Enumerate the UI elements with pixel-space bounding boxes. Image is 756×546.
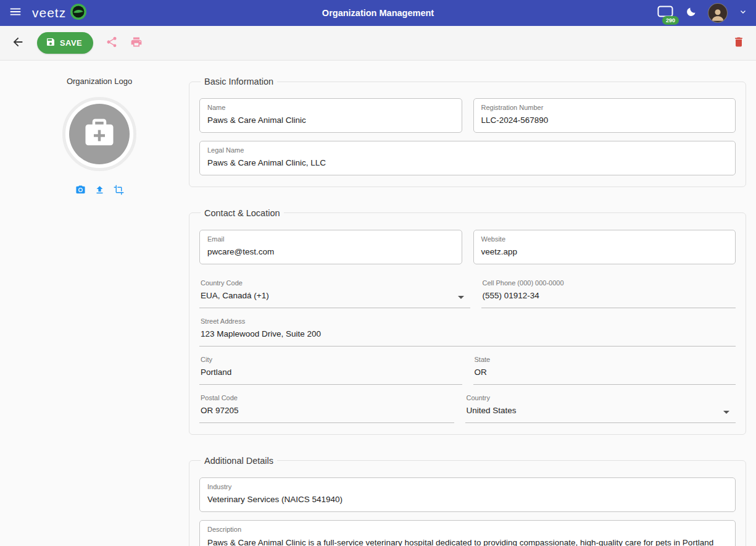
field-label: Legal Name [207, 146, 728, 155]
field-label: Website [481, 235, 728, 244]
logo-actions [75, 185, 124, 198]
main-content: Organization Logo [0, 61, 756, 546]
country-code-select[interactable]: Country Code EUA, Canadá (+1) [199, 278, 470, 308]
crop-logo-button[interactable] [114, 185, 124, 198]
field-label: City [201, 356, 461, 364]
field-value: pwcare@test.com [207, 246, 454, 258]
postal-code-field[interactable]: Postal Code OR 97205 [199, 393, 454, 423]
brand-logo: veetz [32, 3, 87, 23]
field-value: OR [475, 367, 735, 378]
field-value: veetz.app [481, 246, 728, 258]
avatar[interactable] [708, 3, 728, 23]
name-field[interactable]: Name Paws & Care Animal Clinic [199, 98, 462, 133]
field-value: (555) 01912-34 [483, 290, 735, 301]
crop-icon [114, 185, 124, 198]
section-additional-legend: Additional Details [201, 456, 277, 466]
field-label: Name [207, 104, 454, 112]
country-select[interactable]: Country United States [465, 393, 736, 423]
moon-icon [685, 6, 697, 20]
field-value: Portland [201, 367, 461, 378]
veetz-logo-icon [70, 3, 87, 23]
field-value: EUA, Canadá (+1) [201, 290, 453, 301]
row: Street Address 123 Maplewood Drive, Suit… [199, 316, 736, 346]
section-contact-location: Contact & Location Email pwcare@test.com… [189, 208, 746, 435]
printer-icon [130, 36, 143, 51]
row: Country Code EUA, Canadá (+1) Cell Phone… [199, 278, 736, 308]
menu-button[interactable] [9, 5, 22, 21]
field-value: United States [467, 405, 719, 416]
field-label: Postal Code [201, 394, 453, 403]
delete-button[interactable] [733, 36, 745, 51]
logo-panel-title: Organization Logo [67, 77, 132, 86]
field-value: LLC-2024-567890 [481, 115, 728, 126]
device-status-button[interactable]: 290 [657, 5, 674, 21]
field-label: Street Address [201, 317, 734, 326]
row: Email pwcare@test.com Website veetz.app [199, 230, 736, 264]
field-label: Description [207, 526, 728, 534]
logo-panel: Organization Logo [10, 77, 189, 546]
field-value: Paws & Care Animal Clinic, LLC [207, 158, 728, 169]
description-field[interactable]: Description Paws & Care Animal Clinic is… [199, 520, 736, 546]
appbar-actions: 290 [657, 3, 747, 23]
section-basic-legend: Basic Information [201, 77, 277, 86]
device-count-badge: 290 [662, 16, 679, 25]
state-field[interactable]: State OR [473, 355, 736, 385]
website-field[interactable]: Website veetz.app [473, 230, 736, 264]
page-title: Organization Management [0, 8, 756, 18]
field-value: 123 Maplewood Drive, Suite 200 [201, 329, 734, 340]
form-panel: Basic Information Name Paws & Care Anima… [189, 77, 746, 546]
row: Description Paws & Care Animal Clinic is… [199, 520, 736, 546]
field-label: Cell Phone (000) 000-0000 [483, 279, 735, 288]
row: Industry Veterinary Services (NAICS 5419… [199, 477, 736, 512]
share-icon [106, 36, 118, 51]
print-button[interactable] [130, 36, 143, 51]
legal-name-field[interactable]: Legal Name Paws & Care Animal Clinic, LL… [199, 141, 736, 175]
section-basic-information: Basic Information Name Paws & Care Anima… [189, 77, 746, 187]
field-label: Country [467, 394, 719, 403]
camera-icon [75, 185, 86, 198]
upload-icon [94, 185, 105, 198]
row: Name Paws & Care Animal Clinic Registrat… [199, 98, 736, 133]
account-menu-button[interactable] [739, 7, 747, 19]
toolbar: SAVE [0, 26, 756, 61]
city-field[interactable]: City Portland [199, 355, 462, 385]
dark-mode-toggle[interactable] [685, 6, 697, 20]
save-button[interactable]: SAVE [37, 32, 93, 54]
share-button[interactable] [106, 36, 118, 51]
dropdown-arrow-icon [458, 296, 464, 299]
registration-number-field[interactable]: Registration Number LLC-2024-567890 [473, 98, 736, 133]
street-address-field[interactable]: Street Address 123 Maplewood Drive, Suit… [199, 316, 736, 346]
cell-phone-field[interactable]: Cell Phone (000) 000-0000 (555) 01912-34 [481, 278, 736, 308]
take-photo-button[interactable] [75, 185, 86, 198]
back-button[interactable] [11, 35, 25, 51]
section-contact-legend: Contact & Location [201, 208, 284, 218]
field-label: State [475, 356, 735, 364]
dropdown-arrow-icon [723, 411, 729, 414]
industry-field[interactable]: Industry Veterinary Services (NAICS 5419… [199, 477, 736, 512]
field-value: Paws & Care Animal Clinic is a full-serv… [207, 537, 728, 546]
field-label: Industry [207, 483, 728, 492]
row: Postal Code OR 97205 Country United Stat… [199, 393, 736, 423]
app-bar: veetz Organization Management 290 [0, 0, 756, 26]
field-label: Email [207, 235, 454, 244]
field-label: Country Code [201, 279, 453, 288]
row: City Portland State OR [199, 355, 736, 385]
save-button-label: SAVE [60, 38, 82, 48]
section-additional-details: Additional Details Industry Veterinary S… [189, 456, 746, 546]
field-value: Paws & Care Animal Clinic [207, 115, 454, 126]
trash-icon [733, 36, 745, 51]
upload-logo-button[interactable] [94, 185, 105, 198]
hamburger-icon [9, 5, 22, 21]
email-field[interactable]: Email pwcare@test.com [199, 230, 462, 264]
field-label: Registration Number [481, 104, 728, 112]
row: Legal Name Paws & Care Animal Clinic, LL… [199, 141, 736, 175]
field-value: OR 97205 [201, 405, 453, 416]
logo-placeholder [69, 104, 130, 164]
chevron-down-icon [739, 7, 747, 19]
save-icon [46, 37, 56, 49]
brand-name: veetz [32, 6, 66, 20]
arrow-left-icon [11, 35, 25, 51]
logo-upload-target[interactable] [62, 97, 136, 171]
field-value: Veterinary Services (NAICS 541940) [207, 494, 728, 505]
add-bag-icon [83, 116, 116, 152]
